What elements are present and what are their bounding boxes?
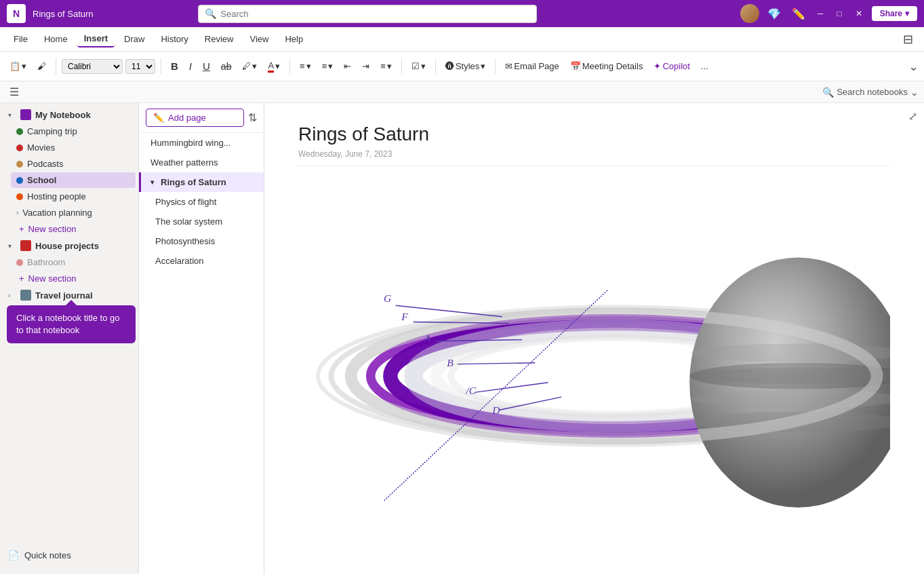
underline-button[interactable]: U	[199, 58, 214, 75]
quick-notes-button[interactable]: 📄 Quick notes	[3, 546, 132, 565]
quick-notes-label: Quick notes	[24, 550, 71, 560]
add-page-button[interactable]: ✏️ Add page	[146, 109, 244, 127]
page-panel: ✏️ Add page ⇅ Hummingbird wing... Weathe…	[139, 103, 264, 574]
section-label-bathroom: Bathroom	[27, 257, 65, 267]
section-movies[interactable]: Movies	[11, 140, 136, 155]
page-date: Wednesday, June 7, 2023	[298, 149, 890, 166]
more-button[interactable]: ...	[697, 58, 712, 74]
label-f: F	[401, 311, 408, 322]
label-g: G	[384, 292, 391, 304]
font-size-select[interactable]: 11	[125, 59, 155, 74]
g-line	[396, 305, 502, 316]
page-item-solar[interactable]: The solar system	[139, 212, 264, 231]
italic-button[interactable]: I	[185, 58, 196, 75]
maximize-button[interactable]: □	[832, 7, 845, 20]
indent-more-button[interactable]: ⇥	[358, 58, 374, 74]
numbering-button[interactable]: ≡ ▾	[318, 58, 338, 74]
section-label-vacation: Vacation planning	[22, 208, 92, 218]
clipboard-button[interactable]: 📋 ▾	[5, 58, 31, 74]
page-item-hummingbird[interactable]: Hummingbird wing...	[139, 133, 264, 153]
new-section-label-house: New section	[28, 273, 77, 284]
expand-content-icon[interactable]: ⤢	[908, 110, 917, 123]
toolbar-collapse-icon[interactable]: ⌄	[908, 60, 919, 73]
page-item-rings-of-saturn[interactable]: ▾Rings of Saturn	[139, 172, 264, 192]
section-podcasts[interactable]: Podcasts	[11, 156, 136, 172]
minimize-button[interactable]: ─	[813, 7, 828, 20]
menu-draw[interactable]: Draw	[117, 31, 151, 47]
menu-help[interactable]: Help	[278, 31, 310, 47]
sort-icon[interactable]: ⇅	[248, 111, 257, 124]
notebook-sections-house-projects: Bathroom	[0, 254, 138, 270]
hamburger-icon[interactable]: ☰	[5, 84, 23, 100]
section-hosting[interactable]: Hosting people	[11, 189, 136, 204]
toolbar-sep-4	[401, 58, 402, 75]
page-item-physics[interactable]: Physics of flight	[139, 192, 264, 212]
email-page-button[interactable]: ✉ Email Page	[501, 58, 563, 74]
bold-button[interactable]: B	[167, 58, 182, 75]
new-section-button-my-notebook[interactable]: + New section	[14, 221, 136, 237]
toolbar-right: ⌄	[908, 59, 919, 74]
align-button[interactable]: ≡ ▾	[376, 58, 396, 74]
label-d: D	[491, 404, 500, 416]
styles-button[interactable]: 🅐 Styles ▾	[441, 58, 489, 74]
font-color-button[interactable]: A ▾	[264, 58, 284, 75]
search-notebooks-label: Search notebooks	[837, 87, 908, 97]
page-panel-header: ✏️ Add page ⇅	[139, 103, 264, 133]
menu-review[interactable]: Review	[198, 31, 241, 47]
menu-insert[interactable]: Insert	[77, 31, 115, 47]
notebook-name-my-notebook: My Notebook	[35, 110, 91, 120]
section-dot-movies	[16, 145, 23, 151]
page-item-photosynthesis[interactable]: Photosynthesis	[139, 231, 264, 251]
highlight-button[interactable]: 🖊 ▾	[238, 58, 261, 74]
menu-file[interactable]: File	[7, 31, 35, 47]
section-dot-podcasts	[16, 161, 23, 168]
section-dot-school	[16, 177, 23, 184]
section-label-movies: Movies	[27, 142, 55, 153]
ribbon-collapse-button[interactable]: ⊟	[899, 31, 917, 48]
format-painter-button[interactable]: 🖌	[33, 58, 50, 74]
copilot-button[interactable]: ✦ Copilot	[649, 58, 694, 74]
expand-notebooks-icon[interactable]: ⌄	[910, 87, 919, 98]
strikethrough-button[interactable]: ab	[217, 58, 236, 75]
chevron-down-icon: ▾	[8, 111, 16, 119]
font-select[interactable]: Calibri	[62, 59, 123, 74]
add-page-icon: ✏️	[153, 113, 164, 123]
section-school[interactable]: School	[11, 172, 136, 188]
styles-icon: 🅐	[445, 61, 454, 71]
section-vacation[interactable]: › Vacation planning	[11, 205, 136, 221]
close-button[interactable]: ✕	[851, 7, 866, 20]
bullets-icon: ≡	[300, 61, 305, 71]
saturn-svg: G F A B /C D Enke division	[298, 180, 890, 533]
new-section-button-house[interactable]: + New section	[14, 271, 136, 286]
plus-icon: +	[19, 224, 24, 234]
indent-less-button[interactable]: ⇤	[340, 58, 355, 74]
page-item-accelaration[interactable]: Accelaration	[139, 251, 264, 271]
notebook-header-house-projects[interactable]: ▾ House projects	[3, 237, 136, 254]
section-bathroom[interactable]: Bathroom	[11, 254, 136, 270]
notebook-header-my-notebook[interactable]: ▾ My Notebook	[3, 107, 136, 123]
menu-history[interactable]: History	[154, 31, 195, 47]
pen-icon[interactable]: ✏️	[789, 6, 808, 22]
bullets-button[interactable]: ≡ ▾	[296, 58, 315, 74]
font-color-icon: A	[268, 60, 274, 73]
toolbar: 📋 ▾ 🖌 Calibri 11 B I U ab 🖊 ▾ A ▾ ≡ ▾ ≡ …	[0, 52, 924, 81]
page-item-weather[interactable]: Weather patterns	[139, 153, 264, 172]
menu-view[interactable]: View	[243, 31, 275, 47]
app-title: Rings of Saturn	[33, 9, 94, 19]
page-title[interactable]: Rings of Saturn	[298, 123, 890, 145]
label-b: B	[447, 357, 454, 368]
share-button[interactable]: Share ▾	[872, 6, 917, 21]
notebook-my-notebook: ▾ My Notebook Camping trip Movies Podcas…	[0, 107, 138, 237]
app-logo: N	[7, 4, 26, 23]
search-bar: 🔍	[198, 5, 537, 23]
diamond-icon[interactable]: 💎	[765, 6, 784, 22]
section-camping-trip[interactable]: Camping trip	[11, 123, 136, 139]
menu-home[interactable]: Home	[37, 31, 75, 47]
notebook-icon-house-projects	[20, 240, 31, 251]
checkbox-button[interactable]: ☑ ▾	[407, 58, 430, 74]
meeting-details-button[interactable]: 📅 Meeting Details	[566, 58, 647, 74]
label-c: /C	[465, 385, 476, 396]
page-list: Hummingbird wing... Weather patterns ▾Ri…	[139, 133, 264, 271]
search-input[interactable]	[198, 5, 537, 23]
clipboard-icon: 📋	[9, 61, 20, 71]
